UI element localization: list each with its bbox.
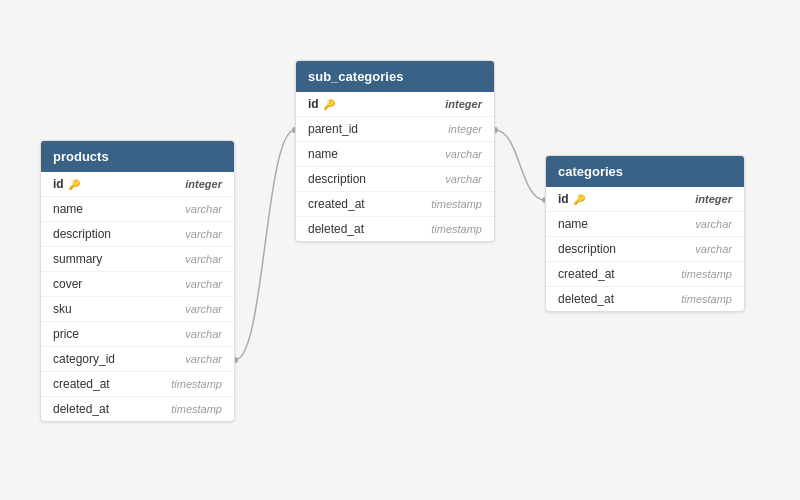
table-row: description varchar [296, 167, 494, 192]
connector-subcategories-to-categories [495, 130, 545, 200]
sub-categories-table-body: id 🔑 integer parent_id integer name varc… [296, 92, 494, 241]
col-type: varchar [185, 228, 222, 240]
table-row: price varchar [41, 322, 234, 347]
col-name: name [308, 147, 338, 161]
col-name: parent_id [308, 122, 358, 136]
col-name: description [558, 242, 616, 256]
col-name: created_at [558, 267, 615, 281]
key-icon: 🔑 [68, 179, 80, 190]
table-row: name varchar [41, 197, 234, 222]
col-type: integer [695, 193, 732, 205]
col-name: sku [53, 302, 72, 316]
table-row: created_at timestamp [546, 262, 744, 287]
table-row: id 🔑 integer [296, 92, 494, 117]
col-name: description [53, 227, 111, 241]
categories-table-header: categories [546, 156, 744, 187]
connector-products-to-subcategories [235, 130, 295, 360]
table-row: created_at timestamp [41, 372, 234, 397]
col-name: id 🔑 [308, 97, 335, 111]
col-type: timestamp [681, 293, 732, 305]
table-row: name varchar [296, 142, 494, 167]
table-row: deleted_at timestamp [41, 397, 234, 421]
col-type: varchar [185, 253, 222, 265]
col-name: deleted_at [558, 292, 614, 306]
sub-categories-table-header: sub_categories [296, 61, 494, 92]
key-icon: 🔑 [573, 194, 585, 205]
col-type: varchar [695, 218, 732, 230]
col-type: varchar [185, 303, 222, 315]
table-row: name varchar [546, 212, 744, 237]
col-type: varchar [445, 173, 482, 185]
table-row: parent_id integer [296, 117, 494, 142]
categories-table: categories id 🔑 integer name varchar des… [545, 155, 745, 312]
col-type: timestamp [681, 268, 732, 280]
sub-categories-table: sub_categories id 🔑 integer parent_id in… [295, 60, 495, 242]
products-table: products id 🔑 integer name varchar descr… [40, 140, 235, 422]
table-row: created_at timestamp [296, 192, 494, 217]
col-type: integer [185, 178, 222, 190]
col-type: varchar [695, 243, 732, 255]
categories-table-body: id 🔑 integer name varchar description va… [546, 187, 744, 311]
col-name: id 🔑 [53, 177, 80, 191]
col-name: created_at [53, 377, 110, 391]
col-name: price [53, 327, 79, 341]
col-name: deleted_at [308, 222, 364, 236]
table-row: summary varchar [41, 247, 234, 272]
products-table-header: products [41, 141, 234, 172]
col-name: created_at [308, 197, 365, 211]
col-type: timestamp [171, 378, 222, 390]
table-row: category_id varchar [41, 347, 234, 372]
col-type: integer [445, 98, 482, 110]
col-name: name [558, 217, 588, 231]
diagram-canvas: products id 🔑 integer name varchar descr… [0, 0, 800, 500]
col-type: varchar [185, 278, 222, 290]
table-row: description varchar [41, 222, 234, 247]
products-table-body: id 🔑 integer name varchar description va… [41, 172, 234, 421]
table-row: cover varchar [41, 272, 234, 297]
table-row: sku varchar [41, 297, 234, 322]
table-row: id 🔑 integer [546, 187, 744, 212]
col-name: name [53, 202, 83, 216]
col-type: timestamp [431, 223, 482, 235]
col-name: cover [53, 277, 82, 291]
col-name: id 🔑 [558, 192, 585, 206]
table-row: deleted_at timestamp [296, 217, 494, 241]
col-name: category_id [53, 352, 115, 366]
table-row: deleted_at timestamp [546, 287, 744, 311]
col-type: varchar [185, 328, 222, 340]
key-icon: 🔑 [323, 99, 335, 110]
table-row: id 🔑 integer [41, 172, 234, 197]
table-row: description varchar [546, 237, 744, 262]
col-name: deleted_at [53, 402, 109, 416]
col-name: summary [53, 252, 102, 266]
col-type: varchar [185, 353, 222, 365]
col-type: varchar [445, 148, 482, 160]
col-type: integer [448, 123, 482, 135]
col-name: description [308, 172, 366, 186]
col-type: timestamp [171, 403, 222, 415]
col-type: varchar [185, 203, 222, 215]
col-type: timestamp [431, 198, 482, 210]
